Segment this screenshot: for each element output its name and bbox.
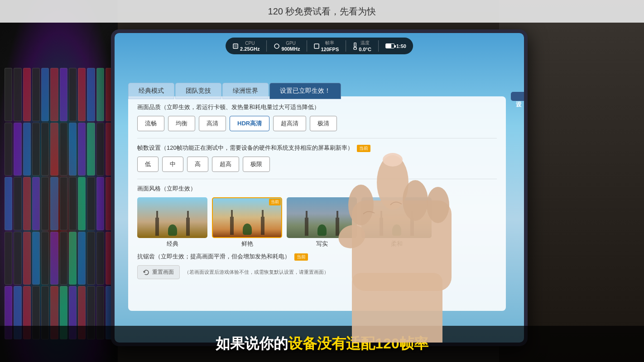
key: [96, 123, 104, 176]
style-realistic-label: 写实: [287, 240, 357, 248]
quality-btn-ultrahd[interactable]: 超高清: [273, 116, 306, 131]
subtitle-prefix: 如果说你的: [216, 335, 288, 352]
key: [78, 68, 86, 121]
cpu-group: CPU 2.25GHz: [232, 41, 260, 52]
tree-icon: [168, 224, 177, 236]
fps-stats: 帧率 120FPS: [321, 40, 339, 52]
key: [60, 177, 67, 230]
svg-rect-1: [234, 45, 237, 48]
style-realistic-img: [287, 197, 357, 238]
quality-btn-balanced[interactable]: 均衡: [168, 116, 195, 131]
tab-classic[interactable]: 经典模式: [128, 83, 174, 99]
key: [14, 123, 21, 176]
key: [23, 177, 31, 230]
battery-time: 1:50: [396, 43, 406, 49]
style-soft[interactable]: 柔和: [361, 197, 432, 248]
key: [60, 68, 67, 121]
key: [41, 123, 49, 176]
fps-section-title: 帧数设置（120帧功能正在测试中，需要设备的硬件和系统支持相应的屏幕刷新率） 当…: [137, 144, 497, 152]
key: [96, 68, 104, 121]
key: [23, 68, 31, 121]
style-vivid[interactable]: 当前 鲜艳: [212, 197, 282, 248]
fps-btn-ultrahigh[interactable]: 超高: [212, 157, 239, 172]
fps-btn-extreme[interactable]: 极限: [243, 157, 270, 172]
right-settings-tab[interactable]: 设置: [511, 92, 524, 101]
style-realistic[interactable]: 写实: [287, 197, 357, 248]
game-screen: CPU 2.25GHz GPU 900MHz 帧: [115, 33, 524, 343]
key: [87, 177, 95, 230]
quality-btn-ultra[interactable]: 极清: [310, 116, 337, 131]
key: [69, 123, 77, 176]
tower-icon: [410, 218, 414, 236]
cpu-label: CPU: [245, 41, 255, 46]
tower-icon: [305, 218, 308, 236]
key: [87, 123, 95, 176]
key: [5, 177, 12, 230]
key: [50, 123, 58, 176]
subtitle-text: 如果说你的设备没有适配120帧率: [216, 334, 428, 354]
cpu-icon: [232, 43, 239, 49]
temp-stats: 温度 0.0°C: [359, 40, 371, 52]
key: [32, 123, 40, 176]
key: [69, 232, 77, 285]
fps-btn-mid[interactable]: 中: [162, 157, 183, 172]
antialiasing-current-badge: 当前: [294, 253, 308, 261]
settings-panel: 画面品质（立即生效，若运行卡顿、发热量和耗电量过大可适当降低） 流畅 均衡 高清…: [128, 96, 506, 311]
fps-buttons: 低 中 高 超高 极限: [137, 157, 497, 172]
tab-team[interactable]: 团队竞技: [175, 83, 221, 99]
style-thumbnails: 经典 当前 鲜艳: [137, 197, 497, 248]
quality-btn-smooth[interactable]: 流畅: [137, 116, 164, 131]
svg-point-2: [275, 44, 279, 48]
temp-group: 温度 0.0°C: [353, 40, 371, 52]
style-classic[interactable]: 经典: [137, 197, 207, 248]
key: [96, 177, 104, 230]
divider: [307, 40, 307, 52]
reset-button[interactable]: 重置画面: [137, 265, 180, 279]
style-classic-label: 经典: [137, 240, 207, 248]
svg-rect-3: [314, 44, 319, 48]
style-section-title: 画面风格（立即生效）: [137, 185, 497, 193]
temp-label: 温度: [360, 40, 370, 46]
cpu-value: 2.25GHz: [240, 46, 260, 52]
key: [50, 232, 58, 285]
quality-buttons: 流畅 均衡 高清 HDR高清 超高清 极清: [137, 116, 497, 131]
divider: [346, 40, 346, 52]
battery-icon: [385, 43, 394, 48]
cpu-stats: CPU 2.25GHz: [240, 41, 260, 52]
style-classic-img: [137, 197, 207, 238]
thumb-content: [361, 197, 432, 238]
tree-icon: [243, 224, 252, 235]
key: [32, 177, 40, 230]
settings-tabs: 经典模式 团队竞技 绿洲世界 设置已立即生效！: [128, 83, 341, 99]
top-banner-text: 120 秒免费试看，先看为快: [268, 5, 376, 18]
key: [41, 232, 49, 285]
section-divider-2: [137, 179, 497, 179]
key: [5, 68, 12, 121]
fps-current-badge: 当前: [357, 145, 370, 152]
key: [87, 68, 95, 121]
fps-btn-high[interactable]: 高: [187, 157, 208, 172]
key: [41, 68, 49, 121]
tower-icon: [261, 217, 264, 235]
key: [50, 68, 58, 121]
quality-btn-hdr[interactable]: HDR高清: [230, 116, 269, 131]
performance-bar: CPU 2.25GHz GPU 900MHz 帧: [226, 38, 413, 54]
key: [5, 123, 12, 176]
quality-btn-hd[interactable]: 高清: [199, 116, 226, 131]
key: [96, 232, 104, 285]
key: [50, 177, 58, 230]
key: [69, 177, 77, 230]
subtitle-highlight: 设备没有适配120帧率: [288, 335, 428, 352]
key: [60, 232, 67, 285]
battery-group: 1:50: [385, 43, 406, 49]
key: [14, 177, 21, 230]
style-soft-img: [361, 197, 432, 238]
tab-applied[interactable]: 设置已立即生效！: [269, 83, 341, 99]
fps-btn-low[interactable]: 低: [137, 157, 159, 172]
fps-value: 120FPS: [321, 47, 339, 52]
fps-icon: [314, 43, 319, 49]
key: [5, 232, 12, 285]
gpu-group: GPU 900MHz: [274, 41, 300, 52]
tab-oasis[interactable]: 绿洲世界: [222, 83, 269, 99]
tablet-device: CPU 2.25GHz GPU 900MHz 帧: [111, 29, 528, 346]
